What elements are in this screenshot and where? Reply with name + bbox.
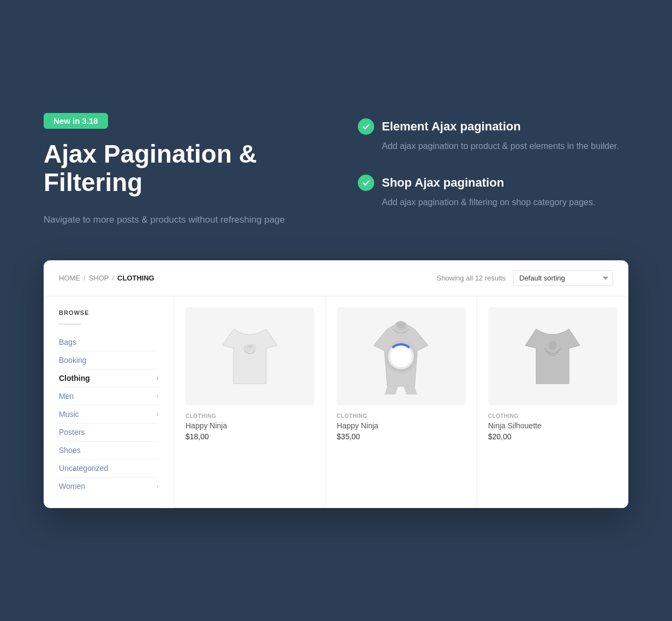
- version-badge: New in 3.18: [44, 113, 108, 129]
- category-label-clothing: Clothing: [59, 374, 90, 383]
- feature-title-1: Element Ajax pagination: [382, 120, 521, 134]
- browse-divider: [59, 324, 81, 325]
- products-grid: CLOTHING Happy Ninja $18,00: [175, 296, 628, 508]
- category-label-shoes: Shoes: [59, 446, 81, 455]
- feature-item-2: Shop Ajax pagination Add ajax pagination…: [358, 175, 628, 210]
- category-item-bags[interactable]: Bags: [59, 333, 159, 351]
- category-item-men[interactable]: Men ›: [59, 387, 159, 405]
- product-category-1: CLOTHING: [185, 413, 314, 419]
- chevron-down-icon-women: ›: [157, 482, 159, 490]
- shop-results: Showing all 12 results Default sorting S…: [437, 270, 613, 286]
- product-price-3: $20,00: [488, 432, 617, 441]
- product-card-1[interactable]: CLOTHING Happy Ninja $18,00: [175, 296, 326, 508]
- breadcrumb-sep-1: /: [83, 274, 86, 282]
- product-price-1: $18,00: [185, 432, 314, 441]
- category-label-men: Men: [59, 392, 74, 401]
- chevron-down-icon-music: ›: [157, 410, 159, 418]
- category-item-clothing[interactable]: Clothing ›: [59, 369, 159, 387]
- feature-header-1: Element Ajax pagination: [358, 118, 628, 135]
- product-image-2: [337, 307, 465, 405]
- product-card-2[interactable]: CLOTHING Happy Ninja $35,00: [326, 296, 477, 508]
- category-label-uncategorized: Uncategorized: [59, 464, 108, 473]
- breadcrumb-home: HOME: [59, 274, 80, 282]
- sort-select[interactable]: Default sorting Sort by popularity Sort …: [513, 270, 613, 286]
- category-item-music[interactable]: Music ›: [59, 405, 159, 423]
- feature-item-1: Element Ajax pagination Add ajax paginat…: [358, 118, 628, 153]
- results-count: Showing all 12 results: [437, 274, 506, 282]
- breadcrumb-shop: SHOP: [89, 274, 109, 282]
- svg-point-3: [397, 322, 405, 329]
- category-label-booking: Booking: [59, 356, 87, 365]
- right-column: Element Ajax pagination Add ajax paginat…: [358, 113, 628, 210]
- chevron-down-icon-men: ›: [157, 392, 159, 400]
- product-price-2: $35,00: [337, 432, 465, 441]
- top-section: New in 3.18 Ajax Pagination & Filtering …: [44, 113, 628, 228]
- feature-description-2: Add ajax pagination & filtering on shop …: [358, 195, 628, 210]
- category-item-women[interactable]: Women ›: [59, 477, 159, 495]
- product-name-3: Ninja Silhouette: [488, 421, 617, 430]
- check-icon-1: [358, 118, 374, 135]
- category-item-posters[interactable]: Posters: [59, 423, 159, 441]
- check-icon-2: [358, 175, 374, 191]
- product-name-2: Happy Ninja: [337, 421, 465, 430]
- category-label-women: Women: [59, 482, 85, 491]
- product-image-1: [185, 307, 314, 405]
- feature-title-2: Shop Ajax pagination: [382, 176, 504, 190]
- shop-body: BROWSE Bags Booking Clothing › Men › Mu: [44, 296, 628, 508]
- category-item-uncategorized[interactable]: Uncategorized: [59, 459, 159, 477]
- category-item-shoes[interactable]: Shoes: [59, 441, 159, 459]
- category-item-booking[interactable]: Booking: [59, 351, 159, 369]
- feature-header-2: Shop Ajax pagination: [358, 175, 628, 191]
- sidebar: BROWSE Bags Booking Clothing › Men › Mu: [44, 296, 175, 508]
- product-card-3[interactable]: CLOTHING Ninja Silhouette $20,00: [477, 296, 628, 508]
- category-label-posters: Posters: [59, 428, 85, 437]
- hero-description: Navigate to more posts & products withou…: [44, 212, 314, 228]
- svg-point-1: [247, 345, 253, 348]
- svg-point-4: [548, 341, 557, 350]
- breadcrumb: HOME / SHOP / CLOTHING: [59, 274, 154, 282]
- shop-header: HOME / SHOP / CLOTHING Showing all 12 re…: [44, 260, 628, 296]
- product-category-2: CLOTHING: [337, 413, 465, 419]
- breadcrumb-sep-2: /: [112, 274, 114, 282]
- product-name-1: Happy Ninja: [185, 421, 314, 430]
- shop-mockup: HOME / SHOP / CLOTHING Showing all 12 re…: [44, 260, 628, 508]
- breadcrumb-active: CLOTHING: [117, 274, 154, 282]
- main-container: New in 3.18 Ajax Pagination & Filtering …: [44, 113, 628, 509]
- category-label-music: Music: [59, 410, 79, 419]
- left-column: New in 3.18 Ajax Pagination & Filtering …: [44, 113, 314, 228]
- browse-title: BROWSE: [59, 309, 159, 316]
- product-image-3: [488, 307, 617, 405]
- category-label-bags: Bags: [59, 338, 76, 347]
- feature-description-1: Add ajax pagination to product & post el…: [358, 139, 628, 153]
- chevron-down-icon-clothing: ›: [157, 374, 159, 382]
- hero-title: Ajax Pagination & Filtering: [44, 140, 314, 198]
- product-category-3: CLOTHING: [488, 413, 617, 419]
